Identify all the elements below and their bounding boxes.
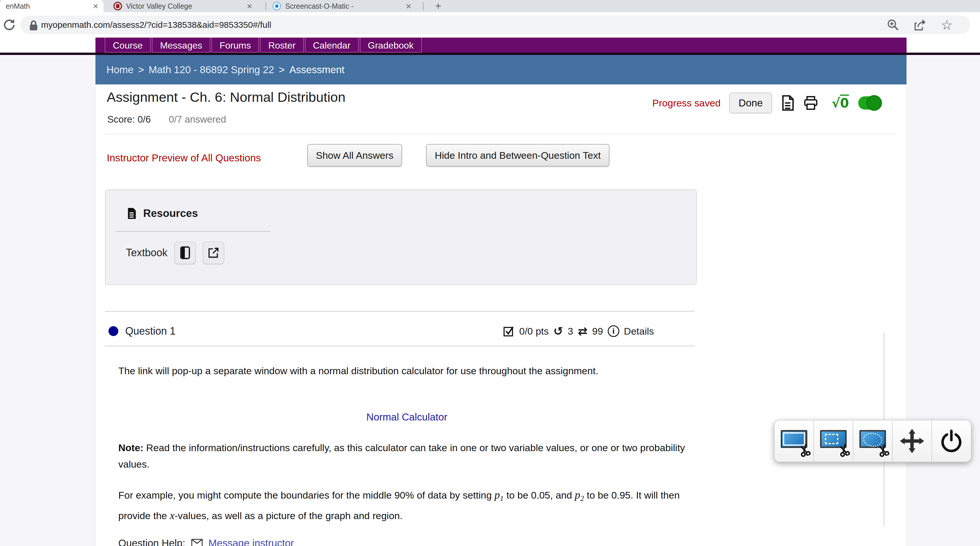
tab-myopenmath[interactable]: enMath ×	[0, 0, 103, 12]
region-capture-icon	[820, 430, 846, 448]
browser-toolbar: myopenmath.com/assess2/?cid=138538&aid=9…	[0, 12, 980, 38]
assessment-page: Assignment - Ch. 6: Normal Distribution …	[95, 84, 907, 546]
textbook-external-button[interactable]	[203, 241, 224, 264]
move-icon	[900, 429, 924, 453]
address-bar[interactable]: myopenmath.com/assess2/?cid=138538&aid=9…	[20, 16, 970, 34]
nav-item-gradebook[interactable]: Gradebook	[360, 38, 422, 52]
breadcrumb-separator: >	[138, 64, 144, 76]
scissors-icon	[797, 441, 813, 458]
book-pane-icon	[180, 246, 191, 259]
nav-item-messages[interactable]: Messages	[152, 38, 210, 52]
file-icon	[126, 207, 137, 220]
undo-icon[interactable]: ↺	[554, 325, 563, 337]
fullscreen-capture-icon	[781, 430, 807, 448]
info-icon[interactable]: i	[608, 325, 619, 337]
right-margin	[907, 55, 980, 546]
question-help-row: Question Help: Message instructor	[118, 537, 294, 546]
nav-item-calendar[interactable]: Calendar	[305, 38, 359, 52]
tab-screencast-o-matic[interactable]: Screencast-O-Matic - ×	[268, 0, 417, 12]
college-favicon-icon	[113, 2, 122, 10]
course-nav-bar: Course Messages Forums Roster Calendar G…	[95, 38, 907, 52]
question-divider	[105, 311, 695, 312]
region-capture-button[interactable]	[813, 421, 853, 462]
scissors-icon	[837, 441, 852, 458]
tab-title: Victor Valley College	[126, 2, 244, 10]
math-display-toggle-label: √0	[832, 96, 849, 111]
nav-item-course[interactable]: Course	[105, 38, 151, 52]
share-icon[interactable]	[913, 18, 926, 32]
note-label: Note:	[118, 442, 143, 453]
breadcrumb-current: Assessment	[289, 64, 345, 76]
toggle-knob	[866, 95, 882, 111]
tab-divider	[423, 2, 423, 10]
tab-title: Screencast-O-Matic -	[285, 2, 404, 10]
power-button[interactable]	[931, 421, 971, 462]
resources-divider	[116, 231, 270, 232]
breadcrumb-course-link[interactable]: Math 120 - 86892 Spring 22	[149, 64, 274, 76]
score-label: Score: 0/6	[107, 114, 151, 125]
browser-tab-bar: enMath × Victor Valley College × Screenc…	[0, 0, 980, 12]
question-label: Question 1	[125, 325, 176, 337]
breadcrumb-home-link[interactable]: Home	[107, 64, 134, 76]
example-paragraph: For example, you might compute the bound…	[118, 486, 700, 524]
nav-item-roster[interactable]: Roster	[260, 38, 304, 52]
breadcrumb-separator: >	[279, 64, 285, 76]
tab-title: enMath	[6, 2, 91, 10]
close-icon[interactable]: ×	[247, 2, 252, 11]
external-link-icon	[207, 247, 220, 259]
normal-calculator-link[interactable]: Normal Calculator	[366, 411, 447, 422]
screencast-favicon-icon	[272, 2, 281, 10]
section-divider	[105, 133, 896, 134]
bookmark-star-icon[interactable]: ☆	[940, 18, 953, 32]
nav-item-forums[interactable]: Forums	[212, 38, 259, 52]
close-icon[interactable]: ×	[406, 2, 411, 11]
instructor-preview-label: Instructor Preview of All Questions	[107, 152, 261, 163]
envelope-icon	[191, 539, 203, 546]
new-tab-button[interactable]: +	[433, 1, 444, 11]
normal-calculator-row: Normal Calculator	[118, 411, 695, 423]
show-all-answers-button[interactable]: Show All Answers	[307, 144, 402, 167]
resources-title: Resources	[143, 207, 198, 219]
points-label: 0/0 pts	[519, 325, 549, 337]
points-checkbox-icon	[503, 325, 515, 337]
question-divider	[105, 346, 695, 346]
details-link[interactable]: Details	[624, 325, 654, 337]
lock-icon	[29, 19, 39, 32]
power-icon	[940, 429, 963, 452]
screen-capture-toolbar	[774, 420, 971, 462]
question-help-label: Question Help:	[118, 537, 185, 546]
progress-saved-label: Progress saved	[652, 97, 721, 109]
answered-label: 0/7 answered	[169, 114, 226, 125]
done-button[interactable]: Done	[729, 92, 772, 113]
url-text: myopenmath.com/assess2/?cid=138538&aid=9…	[41, 16, 271, 34]
tab-victor-valley-college[interactable]: Victor Valley College ×	[109, 0, 258, 12]
note-paragraph: Note: Read the information/instructions …	[118, 440, 695, 473]
left-margin	[0, 55, 95, 546]
zoom-icon[interactable]	[886, 18, 900, 32]
printer-icon[interactable]	[803, 95, 818, 111]
question-status-dot	[108, 326, 118, 336]
math-display-toggle[interactable]	[858, 96, 881, 110]
freeform-capture-button[interactable]	[853, 421, 892, 462]
regenerate-count: 99	[592, 325, 603, 337]
tab-divider	[266, 2, 266, 10]
textbook-reader-button[interactable]	[174, 241, 196, 264]
message-instructor-link[interactable]: Message instructor	[208, 537, 294, 546]
page-title: Assignment - Ch. 6: Normal Distribution	[107, 89, 345, 105]
document-icon[interactable]	[781, 95, 795, 111]
question-paragraph: The link will pop-up a separate window w…	[118, 363, 695, 379]
header-divider	[0, 52, 980, 55]
close-icon[interactable]: ×	[93, 2, 99, 11]
regenerate-icon[interactable]: ⇄	[578, 325, 588, 337]
resources-panel: Resources Textbook	[105, 189, 697, 285]
fullscreen-capture-button[interactable]	[775, 421, 813, 462]
freeform-capture-icon	[859, 430, 886, 448]
breadcrumb: Home > Math 120 - 86892 Spring 22 > Asse…	[95, 55, 907, 84]
refresh-icon[interactable]	[2, 18, 16, 32]
undo-count: 3	[568, 325, 573, 337]
hide-intro-button[interactable]: Hide Intro and Between-Question Text	[426, 144, 609, 167]
textbook-label: Textbook	[126, 247, 167, 259]
move-toolbar-button[interactable]	[892, 421, 931, 462]
scissors-icon	[876, 441, 891, 458]
